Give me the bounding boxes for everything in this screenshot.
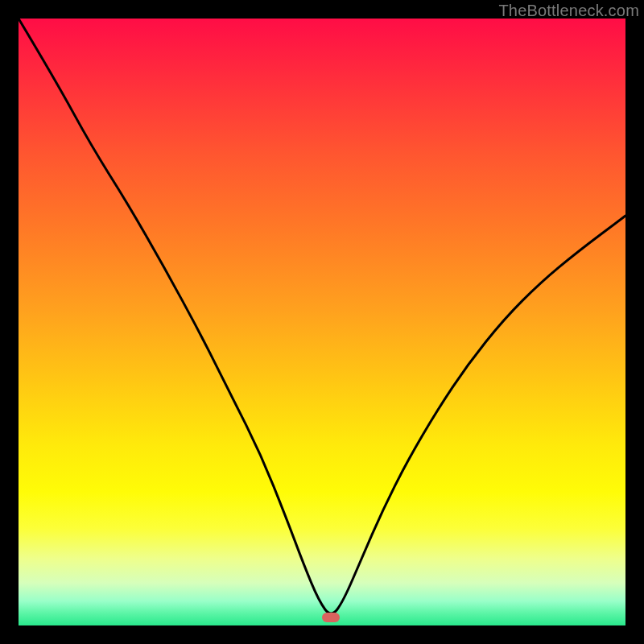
minimum-marker <box>322 613 340 622</box>
curve-path <box>19 19 625 613</box>
chart-frame: TheBottleneck.com <box>0 0 644 644</box>
bottleneck-curve <box>19 19 625 625</box>
watermark-text: TheBottleneck.com <box>498 2 639 20</box>
